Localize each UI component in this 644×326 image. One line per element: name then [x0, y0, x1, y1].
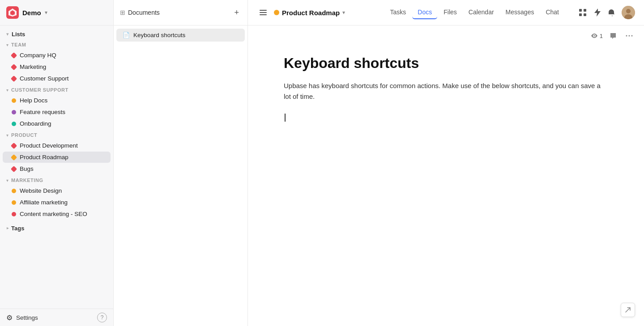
settings-item[interactable]: ⚙ Settings [6, 313, 38, 322]
notifications-button[interactable] [606, 7, 618, 18]
help-docs-label: Help Docs [20, 97, 47, 104]
sidebar-item-company-hq[interactable]: Company HQ [3, 50, 111, 61]
product-development-label: Product Development [20, 142, 78, 149]
docs-list: 📄 Keyboard shortcuts [114, 25, 247, 45]
website-design-icon [12, 189, 16, 193]
document-body: Upbase has keyboard shortcuts for common… [284, 80, 608, 123]
sidebar-item-help-docs[interactable]: Help Docs [3, 95, 111, 106]
bolt-icon [594, 8, 601, 17]
tags-chevron-icon: ▾ [5, 227, 10, 229]
comment-button[interactable] [607, 30, 619, 42]
scroll-to-top-button[interactable] [621, 303, 635, 317]
more-options-button[interactable] [623, 30, 635, 42]
document-content[interactable]: Keyboard shortcuts Upbase has keyboard s… [248, 46, 644, 141]
docs-panel-header: ⊞ Documents + [114, 0, 247, 25]
sidebar-item-website-design[interactable]: Website Design [3, 185, 111, 196]
svg-rect-7 [584, 9, 586, 12]
onboarding-label: Onboarding [20, 120, 51, 127]
svg-point-11 [626, 9, 631, 13]
nav-calendar[interactable]: Calendar [463, 6, 499, 19]
product-roadmap-icon [11, 154, 17, 160]
sidebar-item-product-development[interactable]: Product Development [3, 140, 111, 151]
company-hq-icon [11, 52, 17, 58]
svg-rect-3 [260, 10, 267, 11]
nav-docs[interactable]: Docs [412, 6, 437, 19]
help-icon[interactable]: ? [97, 313, 107, 322]
sidebar-item-bugs[interactable]: Bugs [3, 163, 111, 174]
tags-label: Tags [11, 225, 24, 232]
customer-support-label: Customer Support [20, 75, 69, 82]
topbar-right [577, 6, 635, 19]
marketing-section-label: MARKETING [11, 178, 43, 183]
project-chevron-icon: ▾ [342, 9, 345, 16]
content-marketing-label: Content marketing - SEO [20, 211, 87, 217]
lists-label: Lists [12, 31, 25, 38]
svg-rect-5 [260, 14, 267, 15]
settings-icon: ⚙ [6, 313, 13, 322]
workspace-name: Demo [22, 9, 41, 17]
sidebar-toggle-button[interactable] [257, 6, 269, 19]
doc-topbar: 1 [248, 25, 644, 46]
svg-point-15 [629, 35, 630, 37]
workspace-chevron-icon: ▾ [45, 9, 47, 16]
doc-item-keyboard-shortcuts[interactable]: 📄 Keyboard shortcuts [116, 29, 245, 42]
external-link-icon [625, 307, 631, 313]
lists-header[interactable]: ▾ Lists [0, 27, 113, 39]
company-hq-label: Company HQ [20, 52, 56, 59]
tags-header[interactable]: ▾ Tags [0, 222, 113, 233]
website-design-label: Website Design [20, 187, 62, 194]
product-roadmap-label: Product Roadmap [20, 154, 68, 161]
nav-messages[interactable]: Messages [500, 6, 540, 19]
main-area: Product Roadmap ▾ Tasks Docs Files Calen… [248, 0, 644, 326]
product-section-header[interactable]: ▾ PRODUCT [0, 130, 113, 140]
sidebar-item-onboarding[interactable]: Onboarding [3, 118, 111, 129]
content-marketing-icon [12, 212, 16, 216]
workspace-switcher[interactable]: Demo ▾ [6, 6, 47, 19]
sidebar-header: Demo ▾ [0, 0, 113, 25]
sidebar-item-product-roadmap[interactable]: Product Roadmap [3, 152, 111, 163]
text-cursor [285, 114, 286, 122]
sidebar-item-marketing[interactable]: Marketing [3, 61, 111, 72]
document-icon: 📄 [123, 32, 130, 38]
nav-chat[interactable]: Chat [540, 6, 564, 19]
sidebar-item-affiliate-marketing[interactable]: Affiliate marketing [3, 197, 111, 208]
project-name[interactable]: Product Roadmap ▾ [274, 9, 345, 17]
eye-icon [591, 32, 598, 39]
docs-panel-title: ⊞ Documents [120, 9, 160, 16]
nav-tasks[interactable]: Tasks [385, 6, 412, 19]
sidebar: Demo ▾ ▾ Lists ▾ TEAM Company HQ Marketi… [0, 0, 114, 326]
nav-files[interactable]: Files [438, 6, 462, 19]
add-document-button[interactable]: + [232, 6, 241, 20]
avatar[interactable] [622, 6, 635, 19]
sidebar-item-customer-support[interactable]: Customer Support [3, 73, 111, 84]
lists-collapse-icon: ▾ [6, 31, 9, 37]
bugs-icon [11, 165, 17, 172]
feature-requests-label: Feature requests [20, 109, 65, 115]
project-name-label: Product Roadmap [282, 9, 340, 17]
sidebar-item-content-marketing[interactable]: Content marketing - SEO [3, 208, 111, 220]
customer-support-section-header[interactable]: ▾ CUSTOMER SUPPORT [0, 85, 113, 94]
team-section-label: TEAM [11, 42, 26, 47]
customer-support-chevron-icon: ▾ [6, 88, 9, 93]
svg-rect-6 [579, 9, 582, 12]
logo-icon [6, 6, 19, 19]
marketing-label: Marketing [20, 64, 46, 70]
sidebar-item-feature-requests[interactable]: Feature requests [3, 106, 111, 118]
grid-apps-button[interactable] [577, 7, 589, 18]
customer-support-section-label: CUSTOMER SUPPORT [11, 87, 68, 93]
customer-support-items: Help Docs Feature requests Onboarding [0, 95, 113, 129]
bolt-button[interactable] [592, 6, 603, 19]
marketing-chevron-icon: ▾ [6, 178, 9, 183]
docs-panel: ⊞ Documents + 📄 Keyboard shortcuts [114, 0, 248, 326]
team-section-header[interactable]: ▾ TEAM [0, 39, 113, 49]
more-options-icon [626, 32, 633, 39]
doc-item-label: Keyboard shortcuts [133, 32, 185, 38]
grid-apps-icon [579, 9, 586, 16]
avatar-image [622, 6, 635, 19]
document-title: Keyboard shortcuts [284, 55, 608, 72]
menu-icon [260, 9, 267, 16]
svg-rect-8 [579, 13, 582, 16]
comment-icon [610, 32, 617, 39]
marketing-section-header[interactable]: ▾ MARKETING [0, 175, 113, 185]
svg-point-16 [631, 35, 633, 37]
